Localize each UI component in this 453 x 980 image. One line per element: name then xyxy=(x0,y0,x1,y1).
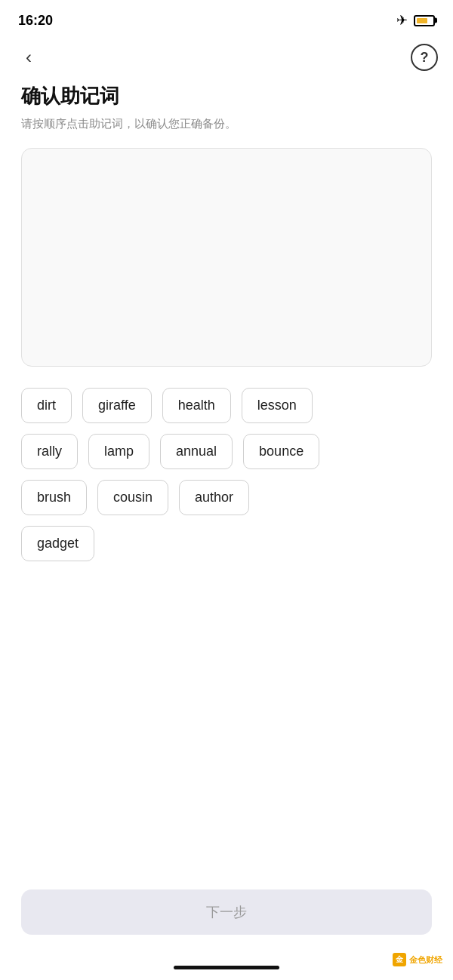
back-button[interactable]: ‹ xyxy=(15,44,42,71)
status-icons: ✈ xyxy=(396,12,435,29)
words-section: dirt giraffe health lesson rally lamp an… xyxy=(0,388,453,561)
word-chip-giraffe[interactable]: giraffe xyxy=(82,388,152,423)
battery-icon xyxy=(414,15,435,26)
home-indicator xyxy=(174,966,279,969)
bottom-area: 下一步 xyxy=(21,889,432,935)
word-chip-lamp[interactable]: lamp xyxy=(88,434,149,469)
page-content: 确认助记词 请按顺序点击助记词，以确认您正确备份。 xyxy=(0,77,453,367)
status-bar: 16:20 ✈ xyxy=(0,0,453,38)
airplane-icon: ✈ xyxy=(396,12,408,29)
word-chip-brush[interactable]: brush xyxy=(21,480,87,515)
word-chip-bounce[interactable]: bounce xyxy=(243,434,319,469)
word-chip-annual[interactable]: annual xyxy=(160,434,233,469)
words-row-2: rally lamp annual bounce xyxy=(21,434,432,469)
next-button[interactable]: 下一步 xyxy=(21,889,432,935)
watermark-text: 金色财经 xyxy=(409,954,442,966)
words-row-1: dirt giraffe health lesson xyxy=(21,388,432,423)
words-row-3: brush cousin author xyxy=(21,480,432,515)
answer-box xyxy=(21,148,432,367)
status-time: 16:20 xyxy=(18,13,53,29)
word-chip-gadget[interactable]: gadget xyxy=(21,526,94,561)
page-title: 确认助记词 xyxy=(21,83,432,109)
word-chip-author[interactable]: author xyxy=(179,480,249,515)
help-button[interactable]: ? xyxy=(411,44,438,71)
battery-fill xyxy=(417,18,427,23)
word-chip-lesson[interactable]: lesson xyxy=(242,388,313,423)
watermark-icon: 金 xyxy=(393,953,406,966)
word-chip-rally[interactable]: rally xyxy=(21,434,78,469)
word-chip-health[interactable]: health xyxy=(162,388,231,423)
nav-bar: ‹ ? xyxy=(0,38,453,77)
page-subtitle: 请按顺序点击助记词，以确认您正确备份。 xyxy=(21,115,432,133)
words-row-4: gadget xyxy=(21,526,432,561)
word-chip-dirt[interactable]: dirt xyxy=(21,388,72,423)
word-chip-cousin[interactable]: cousin xyxy=(97,480,168,515)
watermark: 金 金色财经 xyxy=(393,953,442,966)
